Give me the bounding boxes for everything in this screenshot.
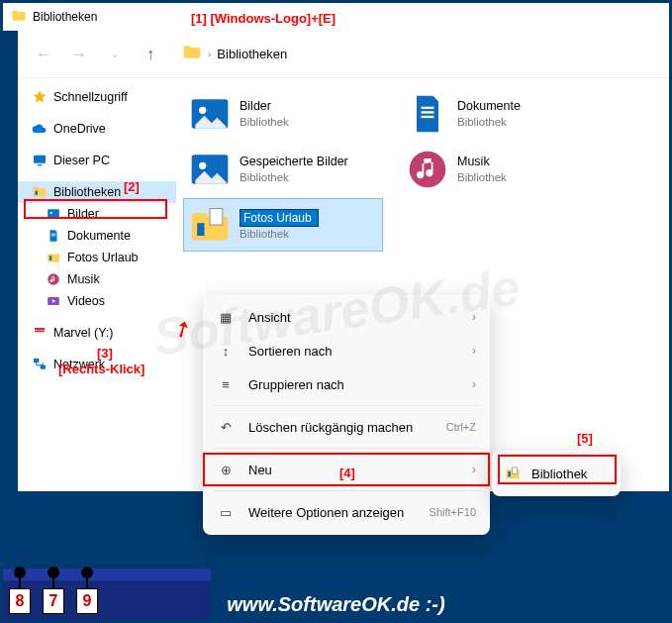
svg-text:MARVEL: MARVEL	[35, 329, 46, 332]
sidebar-item-lib-musik[interactable]: Musik	[18, 268, 176, 290]
ctx-more[interactable]: ▭ Weitere Optionen anzeigen Shift+F10	[203, 495, 490, 529]
svg-rect-24	[508, 471, 511, 476]
svg-rect-16	[422, 107, 434, 109]
library-item-sub: Bibliothek	[240, 115, 289, 130]
saved-pictures-icon	[188, 148, 232, 191]
svg-rect-18	[422, 116, 434, 118]
sidebar-item-label: Bibliotheken	[53, 185, 121, 199]
svg-rect-17	[422, 111, 434, 113]
sidebar: Schnellzugriff OneDrive Dieser PC Biblio…	[18, 78, 176, 491]
pictures-library-icon	[188, 92, 232, 136]
group-icon: ≡	[217, 375, 235, 393]
music-library-icon	[406, 148, 449, 191]
svg-point-20	[199, 162, 206, 169]
ctx-view[interactable]: ▦ Ansicht ›	[203, 300, 490, 334]
sidebar-item-label: Musik	[67, 272, 100, 286]
breadcrumb[interactable]: Bibliotheken	[217, 47, 287, 61]
sidebar-item-label: OneDrive	[53, 122, 106, 136]
library-item-dokumente[interactable]: DokumenteBibliothek	[402, 88, 600, 140]
sidebar-item-label: Marvel (Y:)	[53, 326, 113, 340]
separator	[213, 405, 480, 406]
ctx-sort[interactable]: ↕ Sortieren nach ›	[203, 334, 490, 367]
sidebar-item-label: Netzwerk	[53, 358, 105, 371]
library-icon	[46, 250, 61, 265]
library-item-musik[interactable]: MusikBibliothek	[402, 144, 600, 195]
up-button[interactable]: ↑	[137, 41, 164, 68]
libraries-icon	[32, 184, 48, 200]
sidebar-item-label: Bilder	[67, 207, 99, 221]
svg-rect-13	[41, 365, 46, 369]
folder-icon	[11, 8, 27, 27]
pictures-icon	[46, 206, 61, 222]
ctx-shortcut: Shift+F10	[430, 506, 476, 518]
sidebar-item-label: Dieser PC	[53, 154, 110, 167]
ctx-label: Weitere Optionen anzeigen	[248, 505, 416, 520]
library-item-name: Musik	[457, 154, 507, 169]
svg-point-4	[50, 212, 52, 214]
svg-point-21	[410, 152, 446, 188]
cloud-icon	[32, 121, 48, 137]
svg-rect-7	[49, 256, 51, 260]
library-item-bilder[interactable]: BilderBibliothek	[184, 88, 382, 140]
library-item-name: Bilder	[240, 98, 289, 114]
monitor-icon	[32, 153, 48, 168]
documents-icon	[46, 228, 61, 244]
library-item-gespeicherte[interactable]: Gespeicherte BilderBibliothek	[184, 144, 382, 195]
chevron-right-icon: ›	[472, 463, 476, 476]
svg-rect-12	[34, 359, 39, 363]
sort-icon: ↕	[217, 342, 235, 360]
forward-button[interactable]: →	[65, 41, 93, 68]
ctx-label: Bibliothek	[531, 467, 609, 481]
ctx-new-library[interactable]: Bibliothek	[492, 457, 621, 490]
address-bar[interactable]: › Bibliotheken	[182, 43, 287, 65]
sidebar-item-thispc[interactable]: Dieser PC	[18, 150, 176, 171]
library-icon	[504, 465, 522, 482]
svg-rect-5	[51, 234, 56, 235]
music-icon	[46, 271, 61, 287]
ctx-label: Neu	[248, 463, 458, 477]
ctx-label: Löschen rückgängig machen	[248, 420, 432, 435]
library-item-sub: Bibliothek	[457, 170, 507, 185]
library-item-sub: Bibliothek	[240, 170, 348, 185]
sidebar-item-quickaccess[interactable]: Schnellzugriff	[18, 86, 176, 108]
plus-circle-icon: ⊕	[217, 461, 235, 478]
sidebar-item-label: Fotos Urlaub	[67, 251, 139, 264]
grid-icon: ▦	[217, 308, 235, 326]
documents-library-icon	[406, 92, 449, 136]
new-library-icon	[188, 203, 232, 247]
sidebar-item-label: Schnellzugriff	[53, 90, 128, 104]
svg-rect-22	[197, 223, 204, 236]
back-button[interactable]: ←	[30, 41, 57, 68]
library-item-editing[interactable]: Bibliothek	[184, 199, 382, 251]
svg-rect-1	[38, 164, 42, 165]
sidebar-item-lib-bilder[interactable]: Bilder	[18, 203, 176, 225]
library-item-sub: Bibliothek	[457, 115, 521, 130]
svg-point-15	[199, 107, 206, 114]
ctx-label: Gruppieren nach	[248, 377, 458, 392]
sidebar-item-onedrive[interactable]: OneDrive	[18, 118, 176, 140]
rename-input[interactable]	[240, 209, 319, 227]
footer-url: www.SoftwareOK.de :-)	[3, 593, 669, 616]
sidebar-item-lib-videos[interactable]: Videos	[18, 290, 176, 312]
ctx-new[interactable]: ⊕ Neu ›	[203, 453, 490, 486]
separator	[213, 448, 480, 449]
sidebar-item-lib-fotos[interactable]: Fotos Urlaub	[18, 247, 176, 268]
sidebar-item-label: Videos	[67, 294, 105, 308]
svg-rect-23	[210, 209, 223, 226]
ctx-undo[interactable]: ↶ Löschen rückgängig machen Ctrl+Z	[203, 410, 490, 444]
sidebar-item-libraries[interactable]: Bibliotheken	[18, 181, 176, 203]
ctx-group[interactable]: ≡ Gruppieren nach ›	[203, 367, 490, 401]
ctx-label: Sortieren nach	[248, 344, 458, 359]
library-item-name: Gespeicherte Bilder	[240, 154, 348, 169]
undo-icon: ↶	[217, 418, 235, 436]
sidebar-item-network[interactable]: Netzwerk	[18, 354, 176, 375]
recent-dropdown-icon[interactable]: ⌄	[101, 41, 129, 68]
sidebar-item-marvel[interactable]: MARVEL Marvel (Y:)	[18, 322, 176, 344]
window-titlebar: Bibliotheken	[3, 3, 669, 31]
sidebar-item-lib-dokumente[interactable]: Dokumente	[18, 225, 176, 247]
drive-icon: MARVEL	[32, 325, 48, 341]
ctx-shortcut: Ctrl+Z	[446, 421, 476, 433]
toolbar: ← → ⌄ ↑ › Bibliotheken	[18, 31, 669, 78]
chevron-right-icon: ›	[208, 49, 211, 59]
svg-rect-3	[48, 209, 59, 218]
